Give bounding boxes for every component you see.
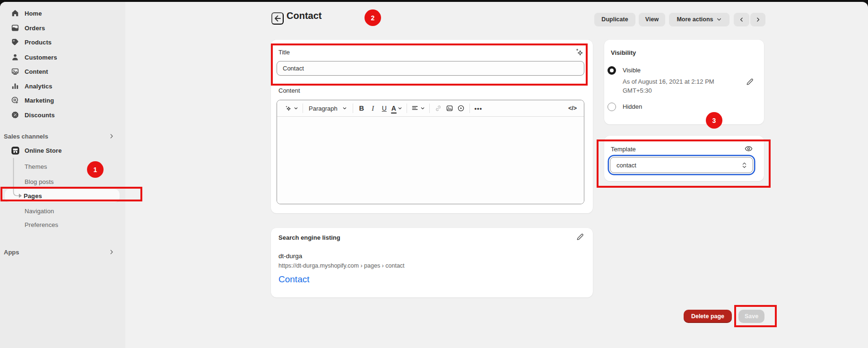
rich-text-editor[interactable]: Paragraph B I U A bbox=[277, 100, 584, 204]
seo-heading: Search engine listing bbox=[278, 234, 340, 241]
sidebar-item-online-store[interactable]: Online Store bbox=[6, 144, 120, 157]
visible-since-line2: GMT+5:30 bbox=[623, 87, 652, 94]
ai-assist-button[interactable] bbox=[283, 102, 300, 114]
online-store-icon bbox=[10, 146, 20, 155]
chevron-down-icon bbox=[294, 106, 298, 111]
annotation-step-1: 1 bbox=[87, 161, 104, 178]
app-frame: Home Orders Products Customers Content bbox=[0, 0, 868, 348]
italic-button[interactable]: I bbox=[367, 102, 379, 114]
html-code-button[interactable]: </> bbox=[567, 102, 578, 114]
tree-connector bbox=[13, 158, 24, 200]
back-button[interactable] bbox=[271, 12, 284, 25]
seo-result-link[interactable]: Contact bbox=[278, 274, 309, 285]
analytics-icon bbox=[10, 81, 20, 91]
template-select[interactable]: contact bbox=[610, 157, 753, 173]
sidebar-item-customers[interactable]: Customers bbox=[6, 51, 120, 64]
pencil-icon bbox=[746, 78, 754, 86]
chevron-down-icon bbox=[716, 17, 722, 22]
insert-video-button[interactable] bbox=[455, 102, 467, 114]
sidebar-item-marketing[interactable]: Marketing bbox=[6, 94, 120, 107]
chevron-down-icon bbox=[420, 106, 425, 111]
more-actions-button[interactable]: More actions bbox=[669, 13, 729, 26]
pencil-icon bbox=[576, 233, 584, 241]
seo-edit-button[interactable] bbox=[576, 233, 584, 241]
orders-icon bbox=[10, 23, 20, 33]
seo-site-name: dt-durga bbox=[278, 252, 302, 260]
sidebar-section-apps[interactable]: Apps bbox=[4, 246, 122, 258]
content-icon bbox=[10, 67, 20, 76]
hidden-radio-label[interactable]: Hidden bbox=[623, 103, 642, 110]
annotation-step-3: 3 bbox=[706, 112, 722, 129]
page-title: Contact bbox=[286, 10, 321, 21]
link-icon bbox=[434, 104, 442, 112]
eye-icon bbox=[744, 144, 753, 153]
sparkle-icon bbox=[284, 104, 292, 113]
bold-button[interactable]: B bbox=[356, 102, 367, 114]
sidebar-item-navigation[interactable]: Navigation bbox=[6, 204, 120, 218]
chevron-down-icon bbox=[398, 106, 402, 111]
align-left-icon bbox=[411, 104, 419, 112]
toolbar-separator bbox=[303, 104, 303, 113]
editor-toolbar: Paragraph B I U A bbox=[277, 100, 584, 117]
visibility-edit-button[interactable] bbox=[746, 78, 754, 86]
home-icon bbox=[10, 9, 20, 18]
content-field-label: Content bbox=[278, 87, 300, 94]
seo-breadcrumb-url: https://dt-durga.myshopify.com › pages ›… bbox=[278, 262, 405, 269]
toolbar-separator bbox=[469, 104, 470, 113]
visible-since-line1: As of August 16, 2021 at 2:12 PM bbox=[623, 78, 714, 85]
more-tools-button[interactable]: ••• bbox=[473, 102, 484, 114]
sidebar-item-orders[interactable]: Orders bbox=[6, 21, 120, 35]
toolbar-separator bbox=[353, 104, 353, 113]
sidebar: Home Orders Products Customers Content bbox=[0, 2, 125, 348]
delete-page-button[interactable]: Delete page bbox=[684, 310, 732, 323]
sidebar-item-home[interactable]: Home bbox=[6, 7, 120, 20]
sidebar-item-discounts[interactable]: Discounts bbox=[6, 108, 120, 122]
visible-radio[interactable] bbox=[608, 66, 616, 75]
play-circle-icon bbox=[457, 104, 465, 112]
duplicate-button[interactable]: Duplicate bbox=[594, 13, 635, 26]
template-select-value: contact bbox=[616, 162, 636, 169]
insert-image-button[interactable] bbox=[444, 102, 455, 114]
chevron-right-icon bbox=[755, 17, 761, 23]
visible-radio-label[interactable]: Visible bbox=[623, 67, 641, 74]
prev-page-button[interactable] bbox=[734, 13, 749, 26]
alignment-button[interactable] bbox=[410, 102, 426, 114]
marketing-icon bbox=[10, 96, 20, 105]
customers-icon bbox=[10, 52, 20, 62]
template-heading: Template bbox=[611, 146, 636, 153]
chevron-right-icon bbox=[108, 249, 115, 255]
hidden-radio[interactable] bbox=[608, 103, 616, 111]
sidebar-item-content[interactable]: Content bbox=[6, 65, 120, 78]
products-icon bbox=[10, 37, 20, 47]
next-page-button[interactable] bbox=[750, 13, 765, 26]
chevron-left-icon bbox=[738, 17, 745, 23]
chevron-right-icon bbox=[108, 133, 115, 139]
title-field-label: Title bbox=[278, 49, 290, 56]
sidebar-item-products[interactable]: Products bbox=[6, 35, 120, 49]
image-icon bbox=[446, 104, 453, 112]
annotation-step-2: 2 bbox=[365, 9, 381, 26]
toolbar-separator bbox=[429, 104, 430, 113]
template-preview-button[interactable] bbox=[744, 144, 753, 153]
select-stepper-icon bbox=[741, 161, 748, 169]
arrow-left-icon bbox=[273, 14, 282, 23]
underline-button[interactable]: U bbox=[379, 102, 390, 114]
save-button[interactable]: Save bbox=[738, 310, 764, 323]
paragraph-style-dropdown[interactable]: Paragraph bbox=[306, 102, 350, 114]
toolbar-separator bbox=[407, 104, 407, 113]
link-button[interactable] bbox=[433, 102, 444, 114]
chevron-down-icon bbox=[342, 106, 347, 111]
editor-content-area[interactable] bbox=[277, 117, 584, 204]
magic-sparkle-icon[interactable] bbox=[573, 47, 585, 58]
text-color-button[interactable]: A bbox=[390, 102, 404, 114]
view-button[interactable]: View bbox=[639, 13, 665, 26]
sidebar-item-analytics[interactable]: Analytics bbox=[6, 79, 120, 93]
discounts-icon bbox=[10, 110, 20, 120]
visibility-heading: Visibility bbox=[611, 49, 636, 56]
sidebar-section-sales-channels[interactable]: Sales channels bbox=[4, 130, 122, 142]
sidebar-item-preferences[interactable]: Preferences bbox=[6, 218, 120, 231]
title-input[interactable] bbox=[277, 61, 584, 76]
